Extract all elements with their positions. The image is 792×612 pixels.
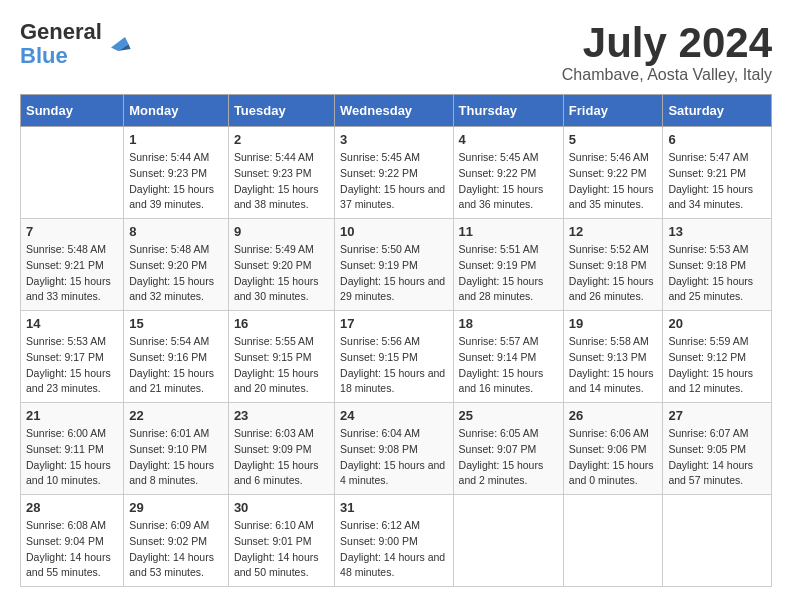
day-info: Sunrise: 6:01 AMSunset: 9:10 PMDaylight:… (129, 426, 223, 489)
day-info: Sunrise: 5:56 AMSunset: 9:15 PMDaylight:… (340, 334, 447, 397)
day-info: Sunrise: 5:51 AMSunset: 9:19 PMDaylight:… (459, 242, 558, 305)
calendar-cell (453, 495, 563, 587)
day-info: Sunrise: 5:49 AMSunset: 9:20 PMDaylight:… (234, 242, 329, 305)
calendar-cell: 16Sunrise: 5:55 AMSunset: 9:15 PMDayligh… (228, 311, 334, 403)
day-number: 15 (129, 316, 223, 331)
calendar-cell: 25Sunrise: 6:05 AMSunset: 9:07 PMDayligh… (453, 403, 563, 495)
calendar-cell: 31Sunrise: 6:12 AMSunset: 9:00 PMDayligh… (335, 495, 453, 587)
day-info: Sunrise: 5:48 AMSunset: 9:21 PMDaylight:… (26, 242, 118, 305)
calendar-cell: 24Sunrise: 6:04 AMSunset: 9:08 PMDayligh… (335, 403, 453, 495)
day-number: 10 (340, 224, 447, 239)
day-number: 2 (234, 132, 329, 147)
day-info: Sunrise: 6:05 AMSunset: 9:07 PMDaylight:… (459, 426, 558, 489)
day-number: 22 (129, 408, 223, 423)
calendar-table: SundayMondayTuesdayWednesdayThursdayFrid… (20, 94, 772, 587)
day-info: Sunrise: 5:45 AMSunset: 9:22 PMDaylight:… (340, 150, 447, 213)
day-number: 31 (340, 500, 447, 515)
day-number: 16 (234, 316, 329, 331)
calendar-cell: 20Sunrise: 5:59 AMSunset: 9:12 PMDayligh… (663, 311, 772, 403)
column-header-friday: Friday (563, 95, 663, 127)
day-number: 11 (459, 224, 558, 239)
day-number: 18 (459, 316, 558, 331)
day-number: 26 (569, 408, 658, 423)
day-number: 8 (129, 224, 223, 239)
day-number: 23 (234, 408, 329, 423)
calendar-cell: 8Sunrise: 5:48 AMSunset: 9:20 PMDaylight… (124, 219, 229, 311)
column-header-tuesday: Tuesday (228, 95, 334, 127)
day-number: 25 (459, 408, 558, 423)
day-info: Sunrise: 5:50 AMSunset: 9:19 PMDaylight:… (340, 242, 447, 305)
column-header-thursday: Thursday (453, 95, 563, 127)
day-number: 24 (340, 408, 447, 423)
day-info: Sunrise: 6:10 AMSunset: 9:01 PMDaylight:… (234, 518, 329, 581)
day-info: Sunrise: 6:12 AMSunset: 9:00 PMDaylight:… (340, 518, 447, 581)
day-number: 21 (26, 408, 118, 423)
calendar-cell: 28Sunrise: 6:08 AMSunset: 9:04 PMDayligh… (21, 495, 124, 587)
day-info: Sunrise: 5:47 AMSunset: 9:21 PMDaylight:… (668, 150, 766, 213)
day-info: Sunrise: 6:03 AMSunset: 9:09 PMDaylight:… (234, 426, 329, 489)
day-number: 5 (569, 132, 658, 147)
calendar-cell: 7Sunrise: 5:48 AMSunset: 9:21 PMDaylight… (21, 219, 124, 311)
calendar-cell: 17Sunrise: 5:56 AMSunset: 9:15 PMDayligh… (335, 311, 453, 403)
calendar-cell: 26Sunrise: 6:06 AMSunset: 9:06 PMDayligh… (563, 403, 663, 495)
day-info: Sunrise: 5:44 AMSunset: 9:23 PMDaylight:… (129, 150, 223, 213)
calendar-cell: 18Sunrise: 5:57 AMSunset: 9:14 PMDayligh… (453, 311, 563, 403)
calendar-cell: 27Sunrise: 6:07 AMSunset: 9:05 PMDayligh… (663, 403, 772, 495)
calendar-cell: 9Sunrise: 5:49 AMSunset: 9:20 PMDaylight… (228, 219, 334, 311)
calendar-cell: 15Sunrise: 5:54 AMSunset: 9:16 PMDayligh… (124, 311, 229, 403)
week-row-3: 14Sunrise: 5:53 AMSunset: 9:17 PMDayligh… (21, 311, 772, 403)
day-info: Sunrise: 6:04 AMSunset: 9:08 PMDaylight:… (340, 426, 447, 489)
day-number: 19 (569, 316, 658, 331)
logo-icon (104, 30, 132, 58)
calendar-cell: 22Sunrise: 6:01 AMSunset: 9:10 PMDayligh… (124, 403, 229, 495)
calendar-cell: 1Sunrise: 5:44 AMSunset: 9:23 PMDaylight… (124, 127, 229, 219)
calendar-cell: 6Sunrise: 5:47 AMSunset: 9:21 PMDaylight… (663, 127, 772, 219)
location: Chambave, Aosta Valley, Italy (562, 66, 772, 84)
calendar-cell (563, 495, 663, 587)
day-number: 7 (26, 224, 118, 239)
day-number: 3 (340, 132, 447, 147)
day-info: Sunrise: 6:08 AMSunset: 9:04 PMDaylight:… (26, 518, 118, 581)
week-row-4: 21Sunrise: 6:00 AMSunset: 9:11 PMDayligh… (21, 403, 772, 495)
day-number: 13 (668, 224, 766, 239)
day-info: Sunrise: 5:45 AMSunset: 9:22 PMDaylight:… (459, 150, 558, 213)
logo: GeneralBlue (20, 20, 132, 68)
column-header-saturday: Saturday (663, 95, 772, 127)
week-row-1: 1Sunrise: 5:44 AMSunset: 9:23 PMDaylight… (21, 127, 772, 219)
logo-text: GeneralBlue (20, 20, 102, 68)
day-info: Sunrise: 5:54 AMSunset: 9:16 PMDaylight:… (129, 334, 223, 397)
page-header: GeneralBlue July 2024 Chambave, Aosta Va… (20, 20, 772, 84)
day-info: Sunrise: 5:48 AMSunset: 9:20 PMDaylight:… (129, 242, 223, 305)
calendar-cell: 29Sunrise: 6:09 AMSunset: 9:02 PMDayligh… (124, 495, 229, 587)
calendar-cell: 14Sunrise: 5:53 AMSunset: 9:17 PMDayligh… (21, 311, 124, 403)
day-number: 6 (668, 132, 766, 147)
calendar-cell: 12Sunrise: 5:52 AMSunset: 9:18 PMDayligh… (563, 219, 663, 311)
calendar-cell: 3Sunrise: 5:45 AMSunset: 9:22 PMDaylight… (335, 127, 453, 219)
day-info: Sunrise: 5:53 AMSunset: 9:17 PMDaylight:… (26, 334, 118, 397)
day-info: Sunrise: 6:06 AMSunset: 9:06 PMDaylight:… (569, 426, 658, 489)
day-number: 14 (26, 316, 118, 331)
day-info: Sunrise: 6:07 AMSunset: 9:05 PMDaylight:… (668, 426, 766, 489)
logo-blue-text: Blue (20, 43, 68, 68)
calendar-cell: 10Sunrise: 5:50 AMSunset: 9:19 PMDayligh… (335, 219, 453, 311)
calendar-cell: 11Sunrise: 5:51 AMSunset: 9:19 PMDayligh… (453, 219, 563, 311)
week-row-5: 28Sunrise: 6:08 AMSunset: 9:04 PMDayligh… (21, 495, 772, 587)
day-info: Sunrise: 5:57 AMSunset: 9:14 PMDaylight:… (459, 334, 558, 397)
day-number: 29 (129, 500, 223, 515)
title-block: July 2024 Chambave, Aosta Valley, Italy (562, 20, 772, 84)
day-number: 9 (234, 224, 329, 239)
calendar-cell (21, 127, 124, 219)
day-number: 28 (26, 500, 118, 515)
day-info: Sunrise: 5:44 AMSunset: 9:23 PMDaylight:… (234, 150, 329, 213)
calendar-cell: 30Sunrise: 6:10 AMSunset: 9:01 PMDayligh… (228, 495, 334, 587)
day-number: 12 (569, 224, 658, 239)
column-header-sunday: Sunday (21, 95, 124, 127)
calendar-cell: 21Sunrise: 6:00 AMSunset: 9:11 PMDayligh… (21, 403, 124, 495)
day-info: Sunrise: 5:46 AMSunset: 9:22 PMDaylight:… (569, 150, 658, 213)
day-number: 4 (459, 132, 558, 147)
calendar-cell: 4Sunrise: 5:45 AMSunset: 9:22 PMDaylight… (453, 127, 563, 219)
day-number: 1 (129, 132, 223, 147)
header-row: SundayMondayTuesdayWednesdayThursdayFrid… (21, 95, 772, 127)
column-header-wednesday: Wednesday (335, 95, 453, 127)
calendar-cell: 2Sunrise: 5:44 AMSunset: 9:23 PMDaylight… (228, 127, 334, 219)
